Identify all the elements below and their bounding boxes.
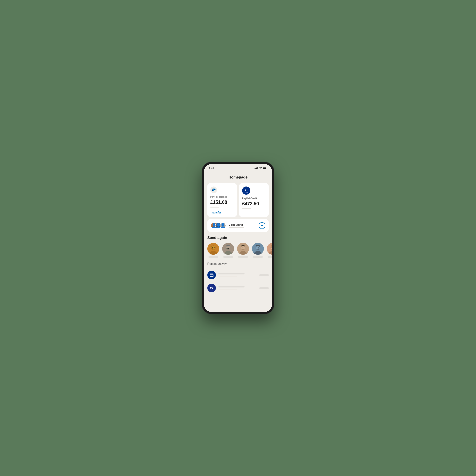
svg-point-15 <box>214 247 215 248</box>
arrow-right-icon <box>261 224 263 227</box>
contact-face-3 <box>237 243 249 255</box>
activity-bar-2b <box>219 289 237 290</box>
svg-point-27 <box>242 247 242 248</box>
paypal-balance-card[interactable]: P P PayPal balance £151.68 Transfer <box>207 183 237 217</box>
page-title: Homepage <box>204 172 272 183</box>
svg-point-33 <box>256 247 257 248</box>
contact-avatar-5 <box>267 243 272 255</box>
requests-arrow-button[interactable] <box>259 222 265 229</box>
svg-rect-45 <box>212 275 213 276</box>
requests-bar <box>229 227 244 228</box>
contact-name-bar-1 <box>208 256 218 258</box>
svg-rect-3 <box>257 167 258 169</box>
svg-rect-0 <box>255 168 255 169</box>
balance-label: PayPal balance <box>210 195 234 198</box>
contact-face-4 <box>252 243 264 255</box>
credit-label-icon: Credit <box>244 192 248 193</box>
contact-face-1 <box>207 243 219 255</box>
paypal-credit-card[interactable]: P Credit PayPal Credit £472.50 <box>239 183 269 217</box>
requests-text-block: 3 requests <box>229 223 256 228</box>
svg-rect-35 <box>256 245 260 246</box>
activity-details-1 <box>219 273 257 277</box>
wifi-icon <box>259 167 262 169</box>
contact-name-bar-4 <box>253 256 263 258</box>
svg-rect-2 <box>256 168 257 169</box>
contact-face-5 <box>267 243 272 255</box>
svg-rect-44 <box>210 275 211 276</box>
credit-p-icon: P <box>245 188 247 192</box>
contact-avatar-2 <box>222 243 234 255</box>
activity-amount-1 <box>259 274 269 276</box>
svg-rect-43 <box>211 275 212 276</box>
send-again-row <box>204 243 272 258</box>
activity-bar-2a <box>219 286 244 288</box>
content-area[interactable]: Homepage P P PayPal balance £151.68 Tran… <box>204 172 272 312</box>
send-again-title: Send again <box>204 236 272 240</box>
credit-label: PayPal Credit <box>242 197 266 200</box>
activity-icon-1 <box>207 271 216 279</box>
request-avatar-3: 👤 <box>220 222 226 229</box>
contact-name-bar-2 <box>223 256 233 258</box>
request-avatars: 👤 👤 👤 <box>211 222 226 229</box>
paypal-logo-icon: P P <box>210 187 217 193</box>
contact-item-1[interactable] <box>207 243 219 258</box>
svg-point-21 <box>229 247 229 247</box>
contact-face-2 <box>222 243 234 255</box>
svg-text:P: P <box>213 187 216 192</box>
activity-icon-2: W <box>207 284 216 292</box>
activity-item-1[interactable] <box>204 269 272 282</box>
svg-point-34 <box>258 247 259 248</box>
contact-item-3[interactable] <box>237 243 249 258</box>
w-avatar-letter: W <box>210 286 213 290</box>
credit-bar <box>242 208 251 209</box>
recent-activity-title: Recent activity <box>204 262 272 266</box>
svg-point-14 <box>212 247 213 248</box>
activity-amount-2 <box>259 287 269 289</box>
phone-frame: 9:41 <box>202 162 274 314</box>
activity-bar-1b <box>219 276 237 277</box>
requests-card[interactable]: 👤 👤 👤 3 requests <box>207 219 269 232</box>
credit-amount: £472.50 <box>242 201 266 206</box>
svg-rect-6 <box>263 168 266 169</box>
contact-avatar-1 <box>207 243 219 255</box>
status-time: 9:41 <box>208 167 214 170</box>
signal-icon <box>255 167 258 169</box>
balance-bar <box>210 207 219 207</box>
cards-row: P P PayPal balance £151.68 Transfer P Cr… <box>204 183 272 217</box>
contact-name-bar-5 <box>268 256 272 258</box>
status-bar: 9:41 <box>204 164 272 172</box>
status-icons <box>255 167 268 169</box>
contact-avatar-4 <box>252 243 264 255</box>
svg-point-20 <box>227 247 228 247</box>
svg-rect-1 <box>255 168 256 169</box>
activity-bar-1a <box>219 273 244 274</box>
contact-item-4[interactable] <box>252 243 264 258</box>
svg-rect-22 <box>226 245 230 246</box>
contact-name-bar-3 <box>238 256 248 258</box>
contact-item-2[interactable] <box>222 243 234 258</box>
battery-icon <box>263 167 268 169</box>
balance-amount: £151.68 <box>210 199 234 205</box>
transfer-link[interactable]: Transfer <box>210 211 234 214</box>
svg-rect-5 <box>267 168 267 169</box>
activity-item-2[interactable]: W <box>204 282 272 294</box>
contact-item-5[interactable] <box>267 243 272 258</box>
store-icon <box>209 273 214 277</box>
contact-avatar-3 <box>237 243 249 255</box>
requests-count: 3 requests <box>229 223 256 226</box>
paypal-credit-logo: P Credit <box>242 187 250 195</box>
activity-details-2 <box>219 286 257 290</box>
svg-point-28 <box>244 247 244 248</box>
phone-screen: 9:41 <box>204 164 272 312</box>
